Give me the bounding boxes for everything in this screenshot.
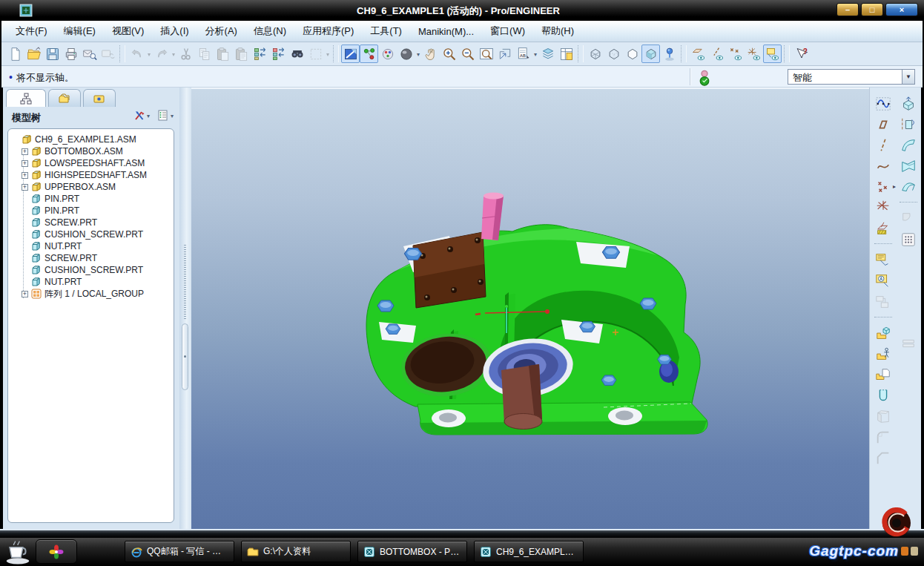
find-icon[interactable] (288, 45, 306, 63)
menu-item-0[interactable]: 文件(F) (7, 22, 56, 41)
tab-folder-browser[interactable] (48, 89, 81, 107)
round-tool-icon[interactable] (873, 427, 894, 448)
layers-icon[interactable] (538, 45, 557, 63)
menu-item-3[interactable]: 插入(I) (152, 22, 197, 41)
curve-tool-icon[interactable] (873, 156, 894, 177)
send-mail-icon[interactable] (80, 45, 99, 63)
expander-icon[interactable]: + (22, 172, 28, 179)
new-file-icon[interactable] (6, 45, 24, 63)
tree-item[interactable]: +BOTTOMBOX.ASM (10, 145, 172, 157)
datum-axes-icon[interactable] (707, 45, 726, 63)
panel-splitter[interactable] (179, 88, 191, 529)
expander-icon[interactable]: + (22, 291, 28, 297)
note-stack-icon[interactable] (873, 292, 894, 312)
taskbar-button-0[interactable]: QQ邮箱 - 写信 - Wi... (125, 541, 234, 562)
menu-item-1[interactable]: 编辑(E) (56, 22, 104, 41)
tree-item[interactable]: PIN.PRT (10, 193, 172, 205)
corner-tool-icon[interactable] (898, 208, 919, 229)
view-manager-icon[interactable] (557, 45, 575, 63)
shaded-icon[interactable] (641, 45, 660, 63)
chamfer-tool-icon[interactable] (873, 448, 894, 469)
splitter-grip[interactable] (184, 245, 186, 319)
menu-item-2[interactable]: 视图(V) (104, 22, 152, 41)
datum-points-icon[interactable] (726, 45, 745, 63)
undo-icon[interactable] (128, 45, 152, 63)
shell-tool-icon[interactable] (873, 407, 894, 427)
tree-item[interactable]: NUT.PRT (10, 240, 172, 252)
save-file-icon[interactable] (43, 45, 62, 63)
mail-link-icon[interactable] (99, 45, 117, 63)
boundary-blend-tool-icon[interactable] (898, 156, 919, 177)
refit-icon[interactable] (477, 45, 495, 63)
named-views-icon[interactable]: AB (514, 45, 538, 63)
extrude-tool-icon[interactable] (898, 93, 919, 114)
csys-tool-icon[interactable] (873, 197, 894, 218)
tree-item[interactable]: NUT.PRT (10, 276, 172, 288)
assemble-tool-icon[interactable] (873, 323, 894, 344)
gearbox-model[interactable] (191, 88, 869, 529)
datum-csys-icon[interactable] (745, 45, 763, 63)
tree-item[interactable]: +阵列 1 / LOCAL_GROUP (10, 288, 172, 300)
close-button[interactable]: × (885, 3, 918, 16)
inspection-cover[interactable] (413, 232, 486, 308)
open-file-icon[interactable] (24, 45, 43, 63)
tree-settings-dropdown[interactable]: ▾ (133, 110, 150, 122)
pattern-tool-icon[interactable] (898, 229, 919, 250)
appearance-sphere-icon[interactable] (397, 45, 421, 63)
sweep-tool-icon[interactable] (898, 135, 919, 156)
tree-item[interactable]: +LOWSPEEDSHAFT.ASM (10, 157, 172, 169)
annotation-tool-icon[interactable] (873, 271, 894, 292)
menu-item-9[interactable]: 窗口(W) (482, 22, 533, 41)
orient-pin-icon[interactable] (660, 45, 679, 63)
merge-tool-icon[interactable] (898, 333, 919, 354)
menu-item-8[interactable]: Manikin(M)... (410, 23, 482, 40)
menu-item-4[interactable]: 分析(A) (197, 22, 245, 41)
tab-model-tree[interactable] (6, 89, 46, 107)
paste-special-icon[interactable] (232, 45, 251, 63)
hidden-line-icon[interactable] (604, 45, 623, 63)
graphics-viewport[interactable] (191, 88, 869, 529)
redo-icon[interactable] (152, 45, 176, 63)
copy-icon[interactable] (195, 45, 214, 63)
menu-item-6[interactable]: 应用程序(P) (294, 22, 362, 41)
base-plate[interactable] (418, 402, 707, 435)
start-cup-icon[interactable] (4, 540, 31, 564)
zoom-out-icon[interactable] (458, 45, 477, 63)
regenerate-icon[interactable] (251, 45, 269, 63)
no-hidden-icon[interactable] (623, 45, 641, 63)
selection-filter-value[interactable]: 智能 (788, 70, 902, 84)
expander-icon[interactable]: + (22, 160, 28, 167)
regen-manager-icon[interactable] (269, 45, 288, 63)
tree-item[interactable]: +HIGHSPEEDSHAFT.ASM (10, 169, 172, 181)
menu-item-10[interactable]: 帮助(H) (533, 22, 582, 41)
minimize-button[interactable]: – (836, 3, 859, 16)
annotations-icon[interactable] (763, 45, 782, 63)
zoom-in-icon[interactable] (440, 45, 458, 63)
tab-favorites[interactable] (83, 89, 116, 107)
tree-item[interactable]: PIN.PRT (10, 205, 172, 217)
style-tool-icon[interactable] (873, 93, 894, 114)
menu-item-5[interactable]: 信息(N) (245, 22, 294, 41)
splitter-handle[interactable] (182, 323, 188, 390)
datum-planes-icon[interactable] (689, 45, 707, 63)
selection-filter-dropdown-icon[interactable]: ▼ (902, 70, 914, 84)
output-shaft[interactable] (501, 364, 542, 430)
maximize-button[interactable]: □ (861, 3, 883, 16)
display-settings-icon[interactable] (341, 45, 360, 63)
select-box-icon[interactable] (306, 45, 331, 63)
model-tree[interactable]: CH9_6_EXAMPLE1.ASM+BOTTOMBOX.ASM+LOWSPEE… (7, 128, 174, 523)
menu-item-7[interactable]: 工具(T) (362, 22, 410, 41)
datum-plane-tool-icon[interactable] (873, 218, 894, 239)
hole-tool-icon[interactable] (873, 386, 894, 407)
context-help-icon[interactable]: ? (792, 45, 811, 63)
spin-pan-icon[interactable] (421, 45, 440, 63)
sketch-tool-icon[interactable] (873, 114, 894, 135)
style-surface-tool-icon[interactable] (898, 177, 919, 197)
note-tool-icon[interactable] (873, 250, 894, 271)
tree-item[interactable]: SCREW.PRT (10, 217, 172, 228)
reorient-icon[interactable] (495, 45, 514, 63)
create-component-tool-icon[interactable] (873, 344, 894, 365)
appearance-editor-icon[interactable] (378, 45, 397, 63)
datum-point-tool-icon[interactable] (873, 177, 894, 197)
selection-filter-combobox[interactable]: 智能 ▼ (788, 69, 915, 85)
